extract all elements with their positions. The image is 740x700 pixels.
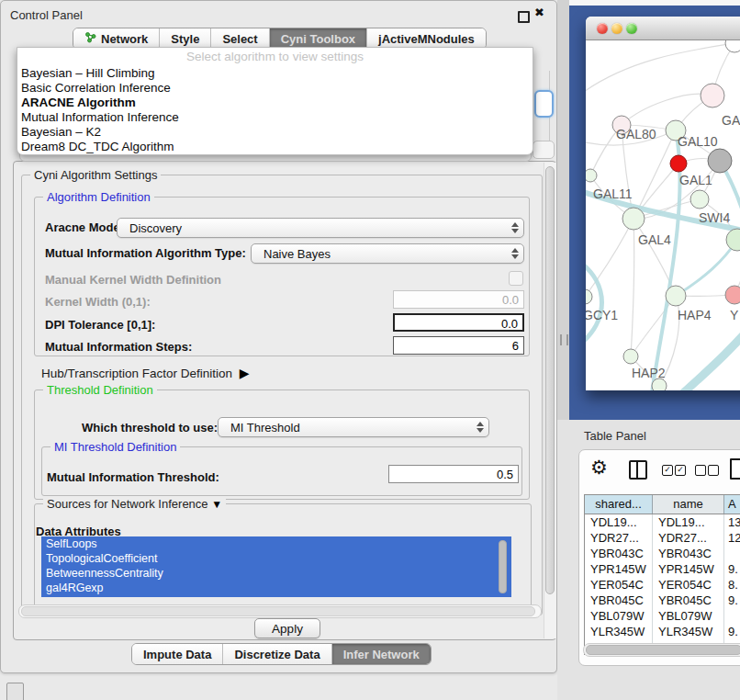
tab-label: jActiveMNodules — [378, 32, 475, 46]
network-node[interactable] — [708, 149, 732, 173]
node-label-gal: GAL — [722, 113, 740, 128]
table-row[interactable]: YDR27...YDR27...12 — [585, 530, 740, 546]
vertical-scrollbar[interactable] — [544, 163, 556, 638]
column-header-shared[interactable]: shared... — [585, 495, 653, 514]
column-header-a[interactable]: A — [724, 495, 740, 514]
network-canvas[interactable]: GALGAL80GAL10GAL1SWI4GAL11GAL4GCY1HAP4YH… — [586, 40, 740, 390]
hub-definition-section[interactable]: Hub/Transcription Factor Definition ▶ — [41, 366, 250, 380]
list-scrollbar-thumb[interactable] — [499, 540, 507, 593]
select-all-checkbox-icon[interactable]: ✓ — [662, 465, 673, 476]
table-cell: 12 — [724, 530, 740, 546]
cyni-algorithm-settings-legend: Cyni Algorithm Settings — [30, 168, 161, 182]
horizontal-scrollbar[interactable] — [18, 604, 542, 618]
algorithm-option-bayesian-hill-climbing[interactable]: Bayesian – Hill Climbing — [17, 66, 533, 81]
minimize-traffic-light-icon[interactable] — [611, 23, 622, 34]
network-node-gal11[interactable] — [586, 169, 597, 182]
network-node-hap2[interactable] — [623, 349, 638, 364]
tab-jactivemnodules[interactable]: jActiveMNodules — [367, 28, 486, 49]
float-window-icon[interactable] — [518, 11, 530, 23]
tab-impute-data[interactable]: Impute Data — [132, 644, 223, 664]
table-cell: 8. — [724, 577, 740, 593]
dpi-tolerance-field[interactable]: 0.0 — [393, 313, 524, 332]
table-row[interactable]: YBR043CYBR043C — [585, 546, 740, 561]
tab-label: Network — [101, 32, 148, 46]
algorithm-dropdown-list: Bayesian – Hill ClimbingBasic Correlatio… — [17, 66, 533, 154]
gear-icon[interactable]: ⚙ — [590, 457, 608, 478]
tab-infer-network[interactable]: Infer Network — [332, 644, 431, 664]
zoom-traffic-light-icon[interactable] — [626, 23, 637, 34]
table-cell: YBR043C — [653, 546, 724, 561]
table-body: YDL19...YDL19...13YDR27...YDR27...12YBR0… — [585, 514, 740, 655]
panel-corner-button[interactable] — [6, 683, 24, 700]
tab-style[interactable]: Style — [160, 28, 211, 49]
mi-steps-label: Mutual Information Steps: — [45, 340, 192, 354]
algorithm-dropdown-popup: Select algorithm to view settings Bayesi… — [17, 47, 533, 155]
attribute-item-selfloops[interactable]: SelfLoops — [41, 536, 511, 551]
attribute-item-betweennesscentrality[interactable]: BetweennessCentrality — [41, 566, 511, 581]
algorithm-option-bayesian-k2[interactable]: Bayesian – K2 — [17, 125, 533, 140]
aracne-mode-combobox[interactable]: Discovery — [117, 218, 524, 238]
tab-cyni-toolbox[interactable]: Cyni Toolbox — [270, 28, 367, 49]
dpi-tolerance-label: DPI Tolerance [0,1]: — [45, 318, 155, 332]
select-all-checkbox-icon[interactable]: ✓ — [675, 465, 686, 476]
attribute-item-gal4rgexp[interactable]: gal4RGexp — [41, 581, 511, 595]
table-cell: YLR345W — [653, 624, 724, 639]
table-row[interactable]: YLR345WYLR345W9. — [585, 624, 740, 639]
algorithm-option-mutual-information-inference[interactable]: Mutual Information Inference — [17, 110, 533, 125]
tab-label: Discretize Data — [234, 648, 320, 661]
table-horizontal-scrollbar-thumb[interactable] — [586, 645, 740, 655]
deselect-all-checkbox-icon[interactable] — [708, 465, 719, 476]
node-label-gal10: GAL10 — [678, 134, 718, 149]
network-node[interactable] — [726, 229, 740, 251]
network-node-hap4[interactable] — [666, 286, 686, 306]
mi-algorithm-type-combobox[interactable]: Naive Bayes — [251, 243, 524, 264]
algorithm-option-dream8-dc-tdc-algorithm[interactable]: Dream8 DC_TDC Algorithm — [17, 140, 533, 154]
sources-legend[interactable]: Sources for Network Inference ▼ — [43, 497, 226, 511]
network-node[interactable] — [725, 40, 740, 52]
table-cell: YER054C — [585, 577, 653, 593]
table-row[interactable]: YBL079WYBL079W — [585, 608, 740, 624]
divider-handle[interactable] — [560, 334, 568, 345]
network-node[interactable] — [652, 378, 667, 390]
tab-network[interactable]: Network — [73, 28, 160, 49]
table-row[interactable]: YER054CYER054C8. — [585, 577, 740, 593]
hub-definition-label: Hub/Transcription Factor Definition — [41, 367, 232, 380]
mi-threshold-field[interactable]: 0.5 — [388, 465, 519, 483]
manual-kernel-width-checkbox[interactable] — [509, 271, 523, 286]
algorithm-option-aracne-algorithm[interactable]: ARACNE Algorithm — [17, 96, 533, 110]
node-label-swi4: SWI4 — [699, 210, 730, 225]
tab-select[interactable]: Select — [211, 28, 269, 49]
table-cell — [724, 546, 740, 561]
control-panel-window: Control Panel ✖ NetworkStyleSelectCyni T… — [0, 0, 557, 673]
mi-steps-field[interactable]: 6 — [393, 336, 524, 355]
column-header-name[interactable]: name — [653, 495, 724, 514]
which-threshold-combobox[interactable]: MI Threshold — [218, 417, 489, 437]
close-icon[interactable]: ✖ — [534, 6, 544, 19]
algorithm-option-basic-correlation-inference[interactable]: Basic Correlation Inference — [17, 81, 533, 96]
data-attributes-list[interactable]: SelfLoopsTopologicalCoefficientBetweenne… — [41, 536, 511, 597]
table-horizontal-scrollbar[interactable] — [583, 643, 740, 657]
network-node-gal1[interactable] — [670, 155, 687, 172]
network-node-gal4[interactable] — [622, 208, 645, 230]
node-table: shared...nameA YDL19...YDL19...13YDR27..… — [584, 494, 740, 655]
table-row[interactable]: YPR145WYPR145W9. — [585, 561, 740, 577]
panel-divider[interactable] — [557, 0, 569, 420]
table-row[interactable]: YDL19...YDL19...13 — [585, 514, 740, 530]
vertical-scrollbar-thumb[interactable] — [545, 166, 555, 594]
table-row[interactable]: YBR045CYBR045C9. — [585, 593, 740, 608]
tab-discretize-data[interactable]: Discretize Data — [223, 644, 331, 664]
deselect-all-checkbox-icon[interactable] — [695, 465, 706, 476]
horizontal-scrollbar-thumb[interactable] — [21, 606, 535, 616]
attribute-item-topologicalcoefficient[interactable]: TopologicalCoefficient — [41, 551, 511, 566]
network-node-swi4[interactable] — [690, 190, 709, 209]
apply-button[interactable]: Apply — [254, 618, 320, 638]
network-node-gcy1[interactable] — [586, 289, 592, 304]
document-icon[interactable] — [730, 458, 740, 480]
kernel-width-field[interactable]: 0.0 — [393, 290, 524, 309]
network-node-y[interactable] — [725, 286, 740, 304]
network-window-titlebar[interactable] — [586, 17, 740, 40]
close-traffic-light-icon[interactable] — [597, 23, 608, 34]
network-node-gal[interactable] — [701, 84, 724, 107]
algorithm-definition-legend: Algorithm Definition — [43, 190, 154, 204]
columns-icon[interactable] — [629, 460, 647, 480]
